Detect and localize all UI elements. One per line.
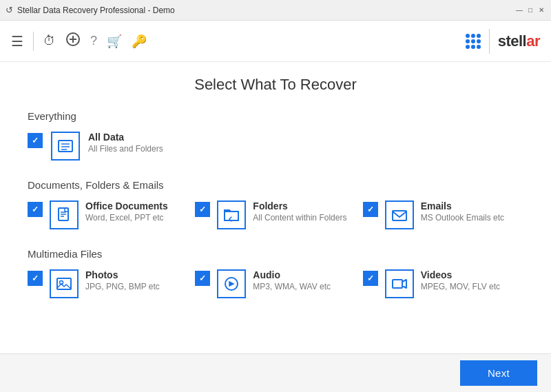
audio-checkbox[interactable]: ✓ (195, 271, 210, 286)
videos-icon (385, 269, 414, 298)
all-data-title: All Data (88, 132, 163, 143)
maximize-button[interactable]: □ (526, 6, 534, 14)
photos-option: ✓ Photos JPG, PNG, BMP etc (28, 269, 188, 298)
videos-checkbox[interactable]: ✓ (363, 271, 378, 286)
svg-rect-15 (393, 280, 402, 288)
all-data-icon (51, 132, 80, 161)
all-data-subtitle: All Files and Folders (88, 144, 163, 154)
audio-title: Audio (253, 269, 331, 280)
divider-2 (28, 238, 523, 238)
all-data-option: ✓ All Data All Files and Folders (28, 132, 523, 161)
divider-1 (28, 169, 523, 169)
documents-label: Documents, Folders & Emails (28, 179, 523, 191)
photos-text: Photos JPG, PNG, BMP etc (85, 269, 160, 291)
videos-title: Videos (421, 269, 500, 280)
office-docs-title: Office Documents (85, 200, 168, 212)
title-bar: ↺ Stellar Data Recovery Professional - D… (0, 0, 551, 21)
folders-option: ✓ Folders All Content within Folders (195, 200, 355, 229)
emails-text: Emails MS Outlook Emails etc (421, 200, 504, 223)
videos-subtitle: MPEG, MOV, FLV etc (421, 282, 500, 291)
toolbar: ☰ ⏱ ? 🛒 🔑 stellar (0, 21, 551, 62)
all-data-text: All Data All Files and Folders (88, 132, 163, 154)
multimedia-grid: ✓ Photos JPG, PNG, BMP etc (28, 269, 523, 298)
page-title: Select What To Recover (28, 76, 523, 94)
emails-title: Emails (421, 200, 504, 212)
audio-option: ✓ Audio MP3, WMA, WAV etc (195, 269, 355, 298)
emails-option: ✓ Emails MS Outlook Emails etc (363, 200, 523, 229)
folders-checkbox-inner: ✓ (196, 203, 209, 216)
videos-text: Videos MPEG, MOV, FLV etc (421, 269, 500, 291)
photos-checkbox[interactable]: ✓ (28, 271, 43, 286)
documents-grid: ✓ Office Documents Word, Excel, PPT etc (28, 200, 523, 229)
audio-checkmark: ✓ (199, 274, 206, 283)
documents-section: Documents, Folders & Emails ✓ (28, 179, 523, 229)
audio-text: Audio MP3, WMA, WAV etc (253, 269, 331, 291)
stellar-dots (466, 34, 481, 49)
office-docs-checkbox-inner: ✓ (29, 203, 41, 216)
everything-section: Everything ✓ All Data All Files and Fold… (28, 110, 523, 161)
emails-icon (385, 200, 414, 229)
folders-subtitle: All Content within Folders (253, 213, 346, 223)
scan-icon[interactable] (65, 32, 81, 50)
office-docs-text: Office Documents Word, Excel, PPT etc (85, 200, 168, 223)
toolbar-separator (33, 32, 34, 51)
photos-icon (50, 269, 79, 298)
svg-rect-11 (393, 211, 406, 220)
photos-checkbox-inner: ✓ (29, 272, 41, 285)
emails-checkmark: ✓ (367, 205, 374, 214)
folders-title: Folders (253, 200, 346, 212)
menu-icon[interactable]: ☰ (11, 33, 23, 50)
audio-icon (217, 269, 246, 298)
emails-checkbox-inner: ✓ (364, 203, 377, 216)
main-content: Select What To Recover Everything ✓ All … (0, 62, 551, 353)
all-data-checkbox[interactable]: ✓ (28, 133, 43, 148)
all-data-checkmark: ✓ (32, 136, 39, 145)
videos-checkbox-inner: ✓ (364, 272, 377, 285)
office-docs-icon (50, 200, 79, 229)
title-bar-controls: — □ ✕ (515, 6, 545, 14)
folders-text: Folders All Content within Folders (253, 200, 346, 223)
folders-checkmark: ✓ (199, 205, 206, 214)
photos-subtitle: JPG, PNG, BMP etc (85, 282, 160, 291)
multimedia-label: Multimedia Files (28, 248, 523, 260)
office-docs-checkbox[interactable]: ✓ (28, 202, 43, 217)
svg-rect-12 (57, 278, 71, 289)
audio-checkbox-inner: ✓ (196, 272, 209, 285)
app-icon: ↺ (6, 5, 13, 15)
minimize-button[interactable]: — (515, 6, 523, 14)
all-data-checkbox-inner: ✓ (29, 134, 41, 147)
close-button[interactable]: ✕ (537, 6, 545, 14)
next-button[interactable]: Next (460, 360, 537, 386)
audio-subtitle: MP3, WMA, WAV etc (253, 282, 331, 291)
everything-label: Everything (28, 110, 523, 122)
photos-title: Photos (85, 269, 160, 280)
emails-checkbox[interactable]: ✓ (363, 202, 378, 217)
toolbar-left: ☰ ⏱ ? 🛒 🔑 (11, 32, 147, 51)
videos-checkmark: ✓ (367, 274, 374, 283)
help-icon[interactable]: ? (90, 34, 97, 48)
cart-icon[interactable]: 🛒 (107, 34, 122, 49)
videos-option: ✓ Videos MPEG, MOV, FLV etc (363, 269, 523, 298)
stellar-logo: stellar (466, 29, 540, 54)
emails-subtitle: MS Outlook Emails etc (421, 213, 504, 223)
office-docs-subtitle: Word, Excel, PPT etc (85, 213, 168, 223)
folders-checkbox[interactable]: ✓ (195, 202, 210, 217)
key-icon[interactable]: 🔑 (132, 34, 147, 49)
history-icon[interactable]: ⏱ (43, 34, 56, 48)
stellar-text: stellar (498, 32, 540, 50)
title-bar-text: Stellar Data Recovery Professional - Dem… (17, 6, 175, 15)
title-bar-left: ↺ Stellar Data Recovery Professional - D… (6, 5, 175, 15)
office-docs-checkmark: ✓ (32, 205, 39, 214)
photos-checkmark: ✓ (32, 274, 39, 283)
folders-icon (217, 200, 246, 229)
multimedia-section: Multimedia Files ✓ Photos (28, 248, 523, 298)
office-docs-option: ✓ Office Documents Word, Excel, PPT etc (28, 200, 188, 229)
bottom-bar: Next (0, 353, 551, 392)
